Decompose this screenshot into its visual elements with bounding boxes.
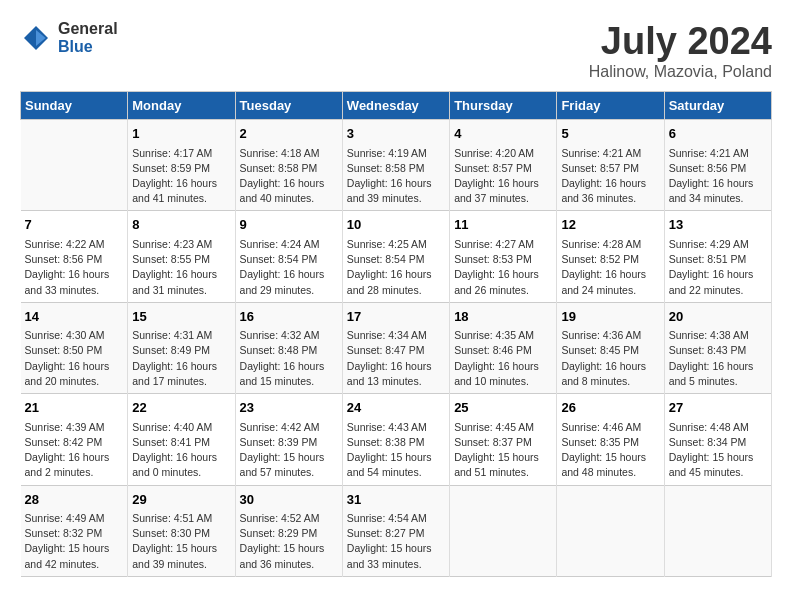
calendar-cell: 28Sunrise: 4:49 AMSunset: 8:32 PMDayligh… [21,485,128,576]
day-number: 23 [240,398,338,418]
day-info: Sunrise: 4:29 AMSunset: 8:51 PMDaylight:… [669,237,767,298]
day-info: Sunrise: 4:20 AMSunset: 8:57 PMDaylight:… [454,146,552,207]
calendar-cell: 17Sunrise: 4:34 AMSunset: 8:47 PMDayligh… [342,302,449,393]
calendar-cell [21,120,128,211]
day-info: Sunrise: 4:49 AMSunset: 8:32 PMDaylight:… [25,511,124,572]
calendar-cell: 20Sunrise: 4:38 AMSunset: 8:43 PMDayligh… [664,302,771,393]
weekday-header-row: SundayMondayTuesdayWednesdayThursdayFrid… [21,92,772,120]
weekday-header-wednesday: Wednesday [342,92,449,120]
day-number: 4 [454,124,552,144]
calendar-cell: 3Sunrise: 4:19 AMSunset: 8:58 PMDaylight… [342,120,449,211]
day-info: Sunrise: 4:21 AMSunset: 8:56 PMDaylight:… [669,146,767,207]
day-info: Sunrise: 4:36 AMSunset: 8:45 PMDaylight:… [561,328,659,389]
calendar-cell: 25Sunrise: 4:45 AMSunset: 8:37 PMDayligh… [450,394,557,485]
day-number: 19 [561,307,659,327]
calendar-cell: 8Sunrise: 4:23 AMSunset: 8:55 PMDaylight… [128,211,235,302]
day-info: Sunrise: 4:17 AMSunset: 8:59 PMDaylight:… [132,146,230,207]
day-info: Sunrise: 4:43 AMSunset: 8:38 PMDaylight:… [347,420,445,481]
day-info: Sunrise: 4:19 AMSunset: 8:58 PMDaylight:… [347,146,445,207]
day-info: Sunrise: 4:24 AMSunset: 8:54 PMDaylight:… [240,237,338,298]
day-number: 26 [561,398,659,418]
calendar-week-row: 21Sunrise: 4:39 AMSunset: 8:42 PMDayligh… [21,394,772,485]
logo-blue: Blue [58,38,118,56]
weekday-header-sunday: Sunday [21,92,128,120]
calendar-cell: 31Sunrise: 4:54 AMSunset: 8:27 PMDayligh… [342,485,449,576]
day-info: Sunrise: 4:28 AMSunset: 8:52 PMDaylight:… [561,237,659,298]
day-info: Sunrise: 4:40 AMSunset: 8:41 PMDaylight:… [132,420,230,481]
day-number: 10 [347,215,445,235]
calendar-cell: 6Sunrise: 4:21 AMSunset: 8:56 PMDaylight… [664,120,771,211]
day-number: 21 [25,398,124,418]
calendar-cell: 15Sunrise: 4:31 AMSunset: 8:49 PMDayligh… [128,302,235,393]
day-number: 2 [240,124,338,144]
day-number: 8 [132,215,230,235]
day-info: Sunrise: 4:51 AMSunset: 8:30 PMDaylight:… [132,511,230,572]
day-number: 24 [347,398,445,418]
calendar-cell: 14Sunrise: 4:30 AMSunset: 8:50 PMDayligh… [21,302,128,393]
calendar-cell: 19Sunrise: 4:36 AMSunset: 8:45 PMDayligh… [557,302,664,393]
day-number: 25 [454,398,552,418]
day-number: 16 [240,307,338,327]
day-info: Sunrise: 4:23 AMSunset: 8:55 PMDaylight:… [132,237,230,298]
calendar-cell: 27Sunrise: 4:48 AMSunset: 8:34 PMDayligh… [664,394,771,485]
day-info: Sunrise: 4:54 AMSunset: 8:27 PMDaylight:… [347,511,445,572]
day-number: 28 [25,490,124,510]
day-number: 30 [240,490,338,510]
weekday-header-friday: Friday [557,92,664,120]
day-number: 9 [240,215,338,235]
logo-icon [20,22,52,54]
logo-general: General [58,20,118,38]
day-number: 13 [669,215,767,235]
calendar-cell [664,485,771,576]
weekday-header-thursday: Thursday [450,92,557,120]
day-info: Sunrise: 4:42 AMSunset: 8:39 PMDaylight:… [240,420,338,481]
title-area: July 2024 Halinow, Mazovia, Poland [589,20,772,81]
day-number: 5 [561,124,659,144]
page-header: General Blue July 2024 Halinow, Mazovia,… [20,20,772,81]
day-number: 22 [132,398,230,418]
calendar-cell: 21Sunrise: 4:39 AMSunset: 8:42 PMDayligh… [21,394,128,485]
logo: General Blue [20,20,118,55]
day-number: 6 [669,124,767,144]
day-number: 27 [669,398,767,418]
calendar-cell: 7Sunrise: 4:22 AMSunset: 8:56 PMDaylight… [21,211,128,302]
calendar-cell: 26Sunrise: 4:46 AMSunset: 8:35 PMDayligh… [557,394,664,485]
calendar-cell: 5Sunrise: 4:21 AMSunset: 8:57 PMDaylight… [557,120,664,211]
day-number: 1 [132,124,230,144]
calendar-cell: 24Sunrise: 4:43 AMSunset: 8:38 PMDayligh… [342,394,449,485]
calendar-cell: 9Sunrise: 4:24 AMSunset: 8:54 PMDaylight… [235,211,342,302]
calendar-week-row: 7Sunrise: 4:22 AMSunset: 8:56 PMDaylight… [21,211,772,302]
day-info: Sunrise: 4:25 AMSunset: 8:54 PMDaylight:… [347,237,445,298]
day-number: 14 [25,307,124,327]
calendar-cell: 23Sunrise: 4:42 AMSunset: 8:39 PMDayligh… [235,394,342,485]
calendar-cell: 13Sunrise: 4:29 AMSunset: 8:51 PMDayligh… [664,211,771,302]
weekday-header-monday: Monday [128,92,235,120]
calendar-week-row: 14Sunrise: 4:30 AMSunset: 8:50 PMDayligh… [21,302,772,393]
day-number: 20 [669,307,767,327]
calendar-cell: 18Sunrise: 4:35 AMSunset: 8:46 PMDayligh… [450,302,557,393]
calendar-cell: 10Sunrise: 4:25 AMSunset: 8:54 PMDayligh… [342,211,449,302]
day-number: 18 [454,307,552,327]
calendar-cell: 16Sunrise: 4:32 AMSunset: 8:48 PMDayligh… [235,302,342,393]
calendar-cell: 29Sunrise: 4:51 AMSunset: 8:30 PMDayligh… [128,485,235,576]
calendar-cell: 2Sunrise: 4:18 AMSunset: 8:58 PMDaylight… [235,120,342,211]
day-number: 11 [454,215,552,235]
day-info: Sunrise: 4:18 AMSunset: 8:58 PMDaylight:… [240,146,338,207]
day-number: 3 [347,124,445,144]
day-info: Sunrise: 4:32 AMSunset: 8:48 PMDaylight:… [240,328,338,389]
calendar-cell: 22Sunrise: 4:40 AMSunset: 8:41 PMDayligh… [128,394,235,485]
day-info: Sunrise: 4:52 AMSunset: 8:29 PMDaylight:… [240,511,338,572]
calendar-cell: 4Sunrise: 4:20 AMSunset: 8:57 PMDaylight… [450,120,557,211]
day-number: 17 [347,307,445,327]
day-info: Sunrise: 4:38 AMSunset: 8:43 PMDaylight:… [669,328,767,389]
day-info: Sunrise: 4:34 AMSunset: 8:47 PMDaylight:… [347,328,445,389]
day-info: Sunrise: 4:46 AMSunset: 8:35 PMDaylight:… [561,420,659,481]
main-title: July 2024 [589,20,772,63]
day-number: 15 [132,307,230,327]
day-info: Sunrise: 4:48 AMSunset: 8:34 PMDaylight:… [669,420,767,481]
calendar-cell [557,485,664,576]
day-info: Sunrise: 4:22 AMSunset: 8:56 PMDaylight:… [25,237,124,298]
day-info: Sunrise: 4:45 AMSunset: 8:37 PMDaylight:… [454,420,552,481]
day-info: Sunrise: 4:31 AMSunset: 8:49 PMDaylight:… [132,328,230,389]
day-number: 7 [25,215,124,235]
